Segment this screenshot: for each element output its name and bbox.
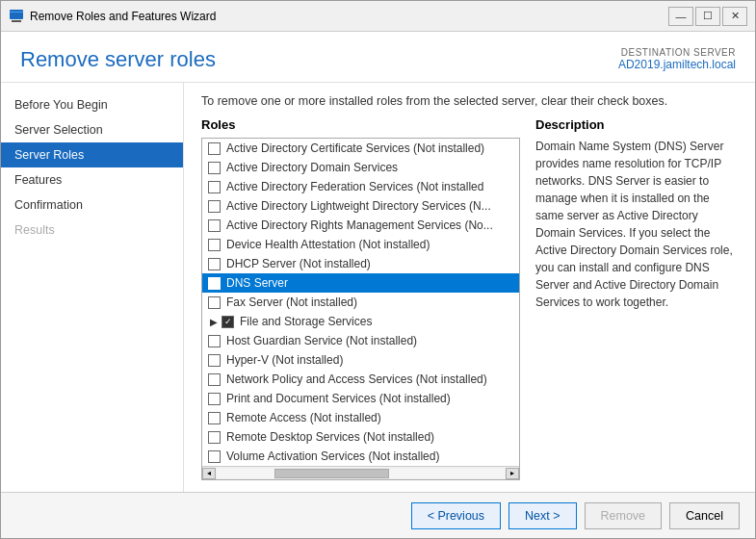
sidebar-item-confirmation[interactable]: Confirmation [1,192,183,218]
checkbox-11[interactable] [208,335,221,347]
roles-column: Roles Active Directory Certificate Servi… [201,117,520,480]
body-section: Before You Begin Server Selection Server… [1,83,755,492]
window-controls: — ☐ ✕ [668,7,747,26]
page-title: Remove server roles [20,47,216,72]
app-icon [9,9,24,24]
next-button[interactable]: Next > [508,502,576,529]
checkbox-5[interactable] [208,219,221,232]
role-label-4: Active Directory Lightweight Directory S… [226,199,491,213]
role-item-3[interactable]: Active Directory Federation Services (No… [202,177,519,196]
sidebar-item-before-you-begin[interactable]: Before You Begin [1,92,183,117]
checkbox-15[interactable] [208,412,221,424]
checkbox-14[interactable] [208,393,221,405]
checkbox-17[interactable] [208,450,221,463]
role-item-17[interactable]: Volume Activation Services (Not installe… [202,447,519,466]
scroll-track[interactable] [217,469,505,478]
footer: < Previous Next > Remove Cancel [1,492,755,538]
checkbox-6[interactable] [208,239,221,251]
role-item-12[interactable]: Hyper-V (Not installed) [202,350,519,370]
svg-rect-1 [12,20,21,22]
role-item-13[interactable]: Network Policy and Access Services (Not … [202,370,519,389]
checkbox-10[interactable] [222,316,234,328]
roles-header: Roles [201,117,520,132]
roles-list-container: Active Directory Certificate Services (N… [201,138,520,480]
description-header: Description [535,117,738,132]
header-section: Remove server roles DESTINATION SERVER A… [1,32,755,83]
minimize-button[interactable]: — [668,7,693,26]
checkbox-16[interactable] [208,431,221,444]
role-label-1: Active Directory Certificate Services (N… [226,141,484,155]
role-item-4[interactable]: Active Directory Lightweight Directory S… [202,196,519,216]
role-item-1[interactable]: Active Directory Certificate Services (N… [202,139,519,158]
svg-rect-2 [10,12,23,13]
role-label-11: Host Guardian Service (Not installed) [226,334,417,347]
sidebar-item-results: Results [1,218,183,243]
roles-list[interactable]: Active Directory Certificate Services (N… [202,139,519,466]
main-window: Remove Roles and Features Wizard — ☐ ✕ R… [0,0,756,539]
main-content: Remove server roles DESTINATION SERVER A… [1,32,755,538]
role-label-14: Print and Document Services (Not install… [226,392,451,405]
role-item-8[interactable]: DNS Server [202,273,519,293]
role-label-16: Remote Desktop Services (Not installed) [226,430,434,444]
maximize-button[interactable]: ☐ [695,7,720,26]
role-label-3: Active Directory Federation Services (No… [226,180,483,193]
previous-button[interactable]: < Previous [411,502,501,529]
role-item-2[interactable]: Active Directory Domain Services [202,158,519,177]
window-title: Remove Roles and Features Wizard [30,10,668,23]
role-label-13: Network Policy and Access Services (Not … [226,372,487,386]
scroll-right-arrow[interactable]: ▸ [506,468,519,479]
server-name: AD2019.jamiltech.local [618,58,736,71]
checkbox-9[interactable] [208,296,221,309]
content-area: To remove one or more installed roles fr… [184,83,755,492]
horizontal-scrollbar[interactable]: ◂ ▸ [202,466,519,479]
checkbox-13[interactable] [208,373,221,386]
role-label-2: Active Directory Domain Services [226,161,398,174]
sidebar-item-server-selection[interactable]: Server Selection [1,117,183,142]
sidebar-item-features[interactable]: Features [1,167,183,192]
role-item-11[interactable]: Host Guardian Service (Not installed) [202,331,519,350]
role-label-15: Remote Access (Not installed) [226,411,381,424]
checkbox-3[interactable] [208,181,221,193]
destination-server-info: DESTINATION SERVER AD2019.jamiltech.loca… [618,47,736,71]
role-item-10[interactable]: ▶ File and Storage Services [202,312,519,331]
sidebar: Before You Begin Server Selection Server… [1,83,184,492]
role-item-16[interactable]: Remote Desktop Services (Not installed) [202,427,519,447]
role-item-15[interactable]: Remote Access (Not installed) [202,408,519,427]
description-text: Domain Name System (DNS) Server provides… [535,138,738,311]
role-item-14[interactable]: Print and Document Services (Not install… [202,389,519,408]
role-item-5[interactable]: Active Directory Rights Management Servi… [202,216,519,235]
sidebar-item-server-roles[interactable]: Server Roles [1,142,183,167]
role-label-17: Volume Activation Services (Not installe… [226,449,439,463]
scroll-thumb[interactable] [274,469,390,478]
role-label-7: DHCP Server (Not installed) [226,257,371,270]
columns-container: Roles Active Directory Certificate Servi… [201,117,738,480]
description-column: Description Domain Name System (DNS) Ser… [535,117,738,480]
checkbox-1[interactable] [208,142,221,155]
scroll-left-arrow[interactable]: ◂ [202,468,216,479]
role-label-5: Active Directory Rights Management Servi… [226,218,493,232]
checkbox-8[interactable] [208,277,221,290]
checkbox-4[interactable] [208,200,221,213]
cancel-button[interactable]: Cancel [669,502,740,529]
title-bar: Remove Roles and Features Wizard — ☐ ✕ [1,1,755,32]
remove-button: Remove [585,502,663,529]
svg-rect-0 [10,10,23,19]
role-label-10: File and Storage Services [240,315,372,328]
expand-icon-10[interactable]: ▶ [208,316,220,327]
destination-label: DESTINATION SERVER [618,47,736,58]
checkbox-7[interactable] [208,258,221,270]
role-item-9[interactable]: Fax Server (Not installed) [202,293,519,312]
instruction-text: To remove one or more installed roles fr… [201,94,738,108]
role-label-12: Hyper-V (Not installed) [226,353,343,367]
close-button[interactable]: ✕ [722,7,747,26]
checkbox-2[interactable] [208,162,221,174]
role-item-7[interactable]: DHCP Server (Not installed) [202,254,519,273]
role-item-6[interactable]: Device Health Attestation (Not installed… [202,235,519,254]
role-label-8: DNS Server [226,276,288,290]
role-label-9: Fax Server (Not installed) [226,295,357,309]
role-label-6: Device Health Attestation (Not installed… [226,238,430,251]
checkbox-12[interactable] [208,354,221,367]
